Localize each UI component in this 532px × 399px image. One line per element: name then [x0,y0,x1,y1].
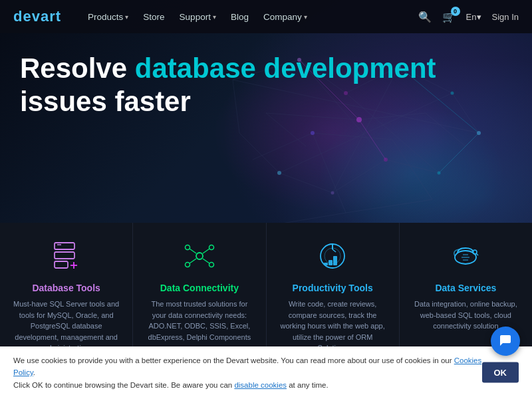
hero-title-prefix: Resolve [20,53,135,84]
svg-line-57 [203,259,209,263]
hero-title-line1: Resolve database development [20,53,436,84]
svg-rect-60 [329,260,332,265]
cookie-ok-button[interactable]: OK [482,362,519,383]
svg-point-38 [311,131,315,135]
svg-point-50 [185,245,190,250]
language-label: En [466,12,477,22]
nav-blog[interactable]: Blog [231,12,249,22]
nav-blog-label: Blog [231,12,249,22]
nav-support-chevron: ▾ [213,13,216,21]
cookie-text: We use cookies to provide you with a bet… [13,356,454,364]
database-tools-title: Database Tools [32,283,100,293]
nav-right: 🔍 🛒 0 En▾ Sign In [418,11,519,23]
svg-rect-44 [55,252,74,259]
svg-point-36 [277,171,281,175]
database-tools-icon [47,236,86,276]
svg-line-55 [203,249,209,253]
chat-icon [498,334,513,348]
hero-title-line2: issues faster [20,86,436,117]
signin-link[interactable]: Sign In [492,12,519,22]
svg-line-70 [476,253,478,255]
cookie-text3: Click OK to continue browsing the Devart… [13,381,234,389]
nav-products-chevron: ▾ [125,13,128,21]
svg-rect-62 [324,263,328,265]
svg-rect-45 [55,261,68,268]
navbar: devart Products ▾ Store Support ▾ Blog C… [0,0,532,33]
data-services-icon [446,236,485,276]
chat-button[interactable] [491,327,520,356]
svg-rect-43 [55,243,74,249]
svg-point-49 [196,253,203,259]
language-selector[interactable]: En▾ [466,12,481,22]
nav-products[interactable]: Products ▾ [88,12,128,22]
svg-point-31 [451,92,454,95]
hero-title-blue: database development [135,53,436,84]
svg-point-52 [185,263,190,267]
logo-text: devart [13,8,61,25]
disable-cookies-link[interactable]: disable cookies [234,381,287,389]
productivity-tools-icon [313,236,352,276]
svg-point-53 [209,263,213,267]
nav-store-label: Store [143,12,164,22]
productivity-tools-title: Productivity Tools [293,283,373,293]
svg-point-51 [209,245,213,250]
data-connectivity-title: Data Connectivity [160,283,239,293]
nav-store[interactable]: Store [143,12,164,22]
search-icon[interactable]: 🔍 [418,11,432,23]
svg-line-64 [332,249,336,252]
cart-icon[interactable]: 🛒 0 [442,11,456,23]
svg-line-56 [190,259,196,263]
cookie-text4: at any time. [287,381,329,389]
nav-support[interactable]: Support ▾ [180,12,216,22]
nav-company-chevron: ▾ [304,13,307,21]
site-logo[interactable]: devart [13,8,61,25]
hero-content: Resolve database development issues fast… [20,53,436,117]
nav-links: Products ▾ Store Support ▾ Blog Company … [88,12,418,22]
cookie-text2: . [33,368,35,376]
svg-line-54 [190,249,196,253]
svg-rect-61 [333,256,337,265]
data-connectivity-icon [180,236,219,276]
svg-point-1 [319,106,505,239]
nav-products-label: Products [88,12,123,22]
cart-badge: 0 [451,7,460,16]
nav-company-label: Company [263,12,302,22]
nav-company[interactable]: Company ▾ [263,12,307,22]
nav-support-label: Support [180,12,211,22]
svg-point-35 [331,192,334,195]
data-services-title: Data Services [435,283,496,293]
cookie-banner: We use cookies to provide you with a bet… [0,346,532,399]
